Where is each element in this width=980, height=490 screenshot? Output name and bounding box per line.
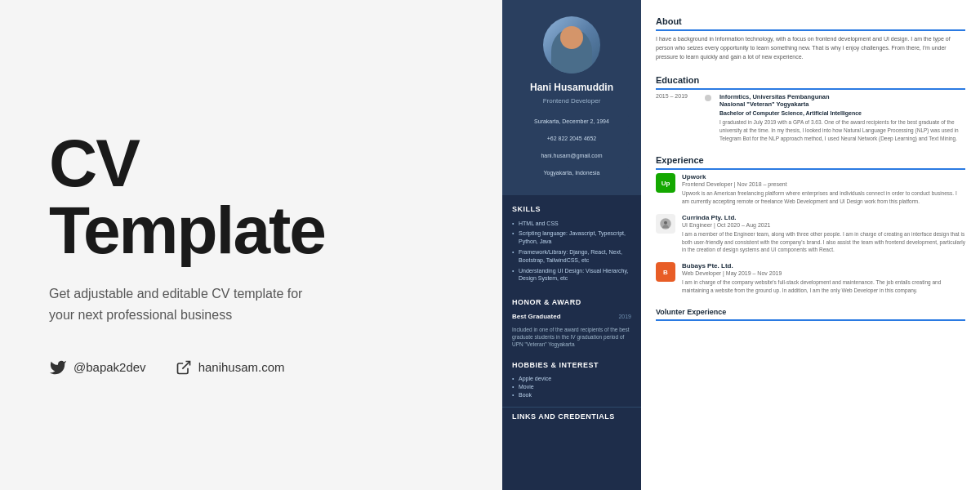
cv-exp-bubays-content: Bubays Pte. Ltd. Web Developer | May 201… [682,262,965,295]
cv-award-name: Best Graduated [512,313,561,320]
cv-skills-title: Skills [512,205,631,213]
cv-volunteer-title: Volunter Experience [656,308,965,321]
cv-edu-item-1: 2015 – 2019 Informtics, Universitas Pemb… [656,93,965,143]
cv-exp-currinda-desc: I am a member of the Engineer team, alon… [682,230,965,254]
cv-volunteer-section: Volunter Experience [656,308,965,321]
cv-avatar [543,16,600,74]
cv-birth-location: Surakarta, December 2, 1994 [514,114,629,128]
cv-exp-upwork-role: Frontend Developer | Nov 2018 – present [682,181,965,187]
website-url: hanihusam.com [198,360,285,374]
cv-about-section: About I have a background in Information… [656,16,965,62]
svg-point-1 [664,220,667,224]
cv-left-column: Hani Husamuddin Frontend Developer Surak… [502,0,641,490]
cv-phone: +62 822 2045 4652 [514,131,629,145]
cv-links-title: Links and Credentials [512,412,631,421]
website-link[interactable]: hanihusam.com [176,359,285,376]
cv-edu-dot [705,95,711,101]
cv-right-column: About I have a background in Information… [641,0,980,490]
cv-edu-content: Informtics, Universitas PembangunanNasio… [719,93,965,143]
cv-hobby-1: Apple device [512,376,631,381]
cv-exp-currinda-role: UI Engineer | Oct 2020 – Aug 2021 [682,222,965,228]
cv-avatar-section: Hani Husamuddin Frontend Developer Surak… [502,0,641,195]
social-links: @bapak2dev hanihusam.com [49,359,453,376]
cv-award-year: 2019 [618,314,631,319]
cv-links-section: Links and Credentials [502,407,641,432]
cv-email: hani.husam@gmail.com [514,149,629,163]
cv-role: Frontend Developer [543,97,601,105]
cv-preview: Hani Husamuddin Frontend Developer Surak… [502,0,980,490]
cv-about-text: I have a background in Information techn… [656,34,965,62]
upwork-logo: Up [656,173,675,193]
cv-exp-bubays-role: Web Developer | May 2019 – Nov 2019 [682,270,965,276]
cv-skill-3: Framework/Library: Django, React, Next, … [512,248,631,265]
currinda-logo [656,214,675,234]
main-title: CV Template [49,130,453,264]
cv-edu-desc: I graduated in July 2019 with a GPA of 3… [719,118,965,142]
cv-exp-bubays: B Bubays Pte. Ltd. Web Developer | May 2… [656,262,965,295]
cv-edu-years: 2015 – 2019 [656,93,697,143]
svg-line-0 [182,361,189,368]
cv-name: Hani Husamuddin [530,82,613,95]
external-link-icon [176,359,192,376]
left-panel: CV Template Get adjustable and editable … [0,0,502,490]
cv-skill-2: Scripting language: Javascript, Typescri… [512,229,631,246]
twitter-handle: @bapak2dev [74,360,146,374]
cv-experience-section: Experience Up Upwork Frontend Developer … [656,155,965,294]
cv-award-desc: Included in one of the award recipients … [512,326,631,348]
cv-exp-upwork: Up Upwork Frontend Developer | Nov 2018 … [656,173,965,206]
cv-city: Yogyakarta, Indonesia [514,166,629,180]
cv-about-title: About [656,16,965,31]
cv-exp-currinda-content: Currinda Pty. Ltd. UI Engineer | Oct 202… [682,214,965,254]
bubays-logo: B [656,262,675,282]
cv-exp-currinda-name: Currinda Pty. Ltd. [682,214,965,221]
cv-skills-section: Skills HTML and CSS Scripting language: … [502,195,641,292]
cv-exp-bubays-name: Bubays Pte. Ltd. [682,262,965,270]
cv-exp-currinda: Currinda Pty. Ltd. UI Engineer | Oct 202… [656,214,965,254]
cv-education-section: Education 2015 – 2019 Informtics, Univer… [656,75,965,143]
cv-experience-title: Experience [656,155,965,170]
cv-hobbies-title: Hobbies & Interest [512,361,631,369]
cv-edu-school: Informtics, Universitas PembangunanNasio… [719,93,965,109]
cv-exp-upwork-content: Upwork Frontend Developer | Nov 2018 – p… [682,173,965,206]
avatar-head [560,26,583,49]
cv-hobby-3: Book [512,392,631,398]
twitter-icon [49,359,67,376]
cv-exp-bubays-desc: I am in charge of the company website's … [682,278,965,295]
cv-education-title: Education [656,75,965,90]
cv-exp-upwork-name: Upwork [682,173,965,180]
cv-honor-title: Honor & Award [512,298,631,306]
cv-exp-upwork-desc: Upwork is an American freelancing platfo… [682,189,965,206]
cv-skill-1: HTML and CSS [512,220,631,228]
cv-hobbies-section: Hobbies & Interest Apple device Movie Bo… [502,354,641,407]
cv-skill-4: Understanding UI Design: Visual Hierarch… [512,267,631,283]
cv-award-section: Honor & Award Best Graduated 2019 Includ… [502,292,641,354]
cv-hobby-2: Movie [512,384,631,390]
cv-edu-degree: Bachelor of Computer Science, Artificial… [719,110,965,116]
subtitle: Get adjustable and editable CV template … [49,283,310,325]
twitter-link[interactable]: @bapak2dev [49,359,146,376]
